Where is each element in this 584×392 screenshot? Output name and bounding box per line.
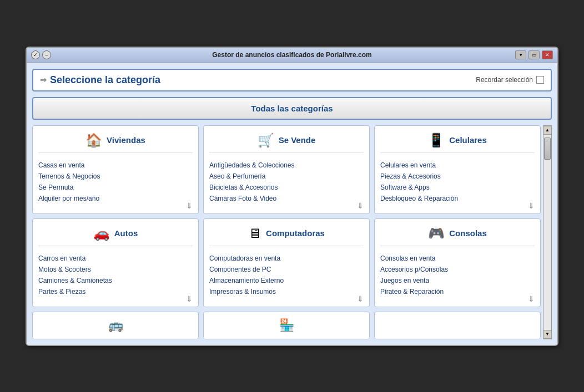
category-header-0: 🏠Viviendas (38, 133, 193, 153)
category-item-0-0[interactable]: Casas en venta (38, 160, 193, 171)
category-header-4: 🖥Computadoras (209, 226, 364, 246)
remember-label: Recordar selección (476, 76, 533, 84)
remember-checkbox[interactable] (536, 76, 544, 84)
category-card-3: 🚗AutosCarros en ventaMotos & ScootersCam… (32, 218, 199, 307)
category-icon-0: 🏠 (85, 133, 102, 148)
category-item-4-2[interactable]: Almacenamiento Externo (209, 275, 364, 286)
category-item-0-2[interactable]: Se Permuta (38, 182, 193, 193)
partial-card-3 (374, 312, 541, 339)
category-item-3-3[interactable]: Partes & Piezas (38, 286, 193, 297)
partial-row: 🚌 🏪 (32, 312, 541, 339)
category-header-5: 🎮Consolas (380, 226, 535, 246)
category-items-1: Antigüedades & ColeccionesAseo & Perfume… (209, 160, 364, 204)
titlebar-controls: ▾ ▭ ✕ (515, 50, 553, 59)
category-items-5: Consolas en ventaAccesorios p/ConsolasJu… (380, 253, 535, 297)
category-item-1-0[interactable]: Antigüedades & Colecciones (209, 160, 364, 171)
category-card-0: 🏠ViviendasCasas en ventaTerrenos & Negoc… (32, 125, 199, 214)
category-item-5-2[interactable]: Juegos en venta (380, 275, 535, 286)
close-button[interactable]: ✕ (542, 50, 553, 59)
category-card-2: 📱CelularesCelulares en ventaPiezas & Acc… (374, 125, 541, 214)
category-item-1-2[interactable]: Bicicletas & Accesorios (209, 182, 364, 193)
category-item-1-3[interactable]: Cámaras Foto & Video (209, 193, 364, 204)
scrollbar-thumb[interactable] (544, 138, 551, 160)
card-down-arrow-0: ⇓ (186, 201, 193, 210)
category-item-2-0[interactable]: Celulares en venta (380, 160, 535, 171)
category-card-1: 🛒Se VendeAntigüedades & ColeccionesAseo … (203, 125, 370, 214)
category-item-4-1[interactable]: Componentes de PC (209, 264, 364, 275)
card-down-arrow-4: ⇓ (357, 294, 364, 303)
close-button-small[interactable]: – (42, 50, 51, 59)
category-item-4-0[interactable]: Computadoras en venta (209, 253, 364, 264)
category-name-3: Autos (114, 228, 138, 238)
titlebar-left: ✓ – (31, 50, 51, 59)
window-body: ⇒ Seleccione la categoría Recordar selec… (27, 63, 557, 345)
categories-grid-wrapper: 🏠ViviendasCasas en ventaTerrenos & Negoc… (32, 125, 541, 339)
category-card-4: 🖥ComputadorasComputadoras en ventaCompon… (203, 218, 370, 307)
category-header-1: 🛒Se Vende (209, 133, 364, 153)
category-icon-3: 🚗 (93, 226, 110, 241)
category-card-5: 🎮ConsolasConsolas en ventaAccesorios p/C… (374, 218, 541, 307)
remember-area: Recordar selección (476, 76, 544, 84)
category-item-4-3[interactable]: Impresoras & Insumos (209, 286, 364, 297)
titlebar: ✓ – Gestor de anuncios clasificados de P… (27, 48, 557, 63)
partial-card-1: 🚌 (32, 312, 199, 339)
partial-icon-1: 🚌 (108, 318, 123, 333)
minimize-icon: ✓ (33, 52, 38, 58)
header-bar: ⇒ Seleccione la categoría Recordar selec… (32, 69, 552, 91)
category-items-3: Carros en ventaMotos & ScootersCamiones … (38, 253, 193, 297)
category-item-5-0[interactable]: Consolas en venta (380, 253, 535, 264)
category-item-3-0[interactable]: Carros en venta (38, 253, 193, 264)
category-item-5-1[interactable]: Accesorios p/Consolas (380, 264, 535, 275)
category-name-4: Computadoras (266, 228, 325, 238)
window-title: Gestor de anuncios clasificados de Porla… (212, 51, 371, 59)
maximize-button[interactable]: ▭ (528, 50, 540, 59)
content-area: 🏠ViviendasCasas en ventaTerrenos & Negoc… (32, 125, 552, 339)
category-item-3-1[interactable]: Motos & Scooters (38, 264, 193, 275)
scrollbar: ▲ ▼ (543, 125, 552, 339)
category-header-3: 🚗Autos (38, 226, 193, 246)
category-item-0-1[interactable]: Terrenos & Negocios (38, 171, 193, 182)
category-item-2-2[interactable]: Software & Apps (380, 182, 535, 193)
minimize-button[interactable]: ✓ (31, 50, 40, 59)
category-icon-4: 🖥 (248, 226, 261, 241)
scroll-up-button[interactable]: ▲ (543, 126, 552, 135)
card-down-arrow-1: ⇓ (357, 201, 364, 210)
scroll-down-button[interactable]: ▼ (543, 330, 552, 339)
header-title-text: Seleccione la categoría (50, 74, 160, 86)
category-icon-5: 🎮 (428, 226, 445, 241)
rollup-button[interactable]: ▾ (515, 50, 526, 59)
main-window: ✓ – Gestor de anuncios clasificados de P… (26, 47, 558, 346)
all-categories-button[interactable]: Todas las categorías (32, 97, 552, 120)
category-item-2-1[interactable]: Piezas & Accesorios (380, 171, 535, 182)
category-name-0: Viviendas (107, 135, 145, 145)
category-item-5-3[interactable]: Pirateo & Reparación (380, 286, 535, 297)
close-small-icon: – (45, 52, 48, 58)
category-icon-1: 🛒 (258, 133, 274, 148)
category-item-1-1[interactable]: Aseo & Perfumería (209, 171, 364, 182)
category-items-2: Celulares en ventaPiezas & AccesoriosSof… (380, 160, 535, 204)
categories-grid: 🏠ViviendasCasas en ventaTerrenos & Negoc… (32, 125, 541, 307)
card-down-arrow-2: ⇓ (528, 201, 535, 210)
category-icon-2: 📱 (428, 133, 445, 148)
partial-icon-2: 🏪 (279, 318, 294, 333)
card-down-arrow-3: ⇓ (186, 294, 193, 303)
partial-card-2: 🏪 (203, 312, 370, 339)
category-name-2: Celulares (449, 135, 487, 145)
category-items-4: Computadoras en ventaComponentes de PCAl… (209, 253, 364, 297)
card-down-arrow-5: ⇓ (528, 294, 535, 303)
category-item-0-3[interactable]: Alquiler por mes/año (38, 193, 193, 204)
category-items-0: Casas en ventaTerrenos & NegociosSe Perm… (38, 160, 193, 204)
category-name-1: Se Vende (279, 135, 316, 145)
header-title-area: ⇒ Seleccione la categoría (40, 74, 160, 86)
category-item-3-2[interactable]: Camiones & Camionetas (38, 275, 193, 286)
header-arrow-icon: ⇒ (40, 75, 47, 84)
category-name-5: Consolas (449, 228, 487, 238)
scrollbar-track[interactable] (543, 135, 551, 330)
category-item-2-3[interactable]: Desbloqueo & Reparación (380, 193, 535, 204)
category-header-2: 📱Celulares (380, 133, 535, 153)
